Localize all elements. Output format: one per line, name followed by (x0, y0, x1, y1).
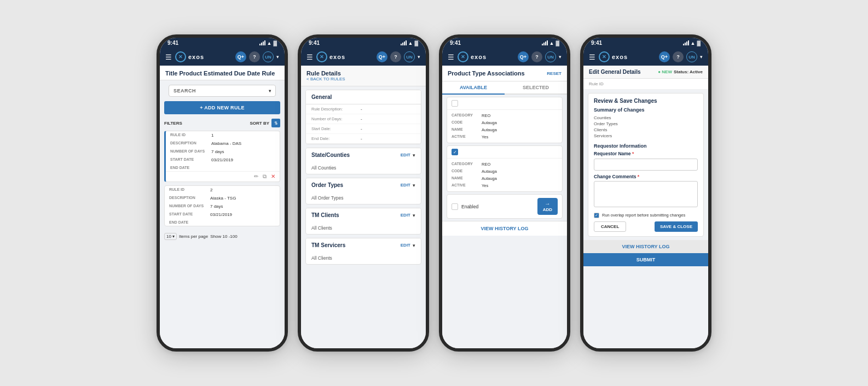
caret-1: ▾ (276, 54, 279, 60)
phone-2: 9:41 ▲ ▓ ☰ ✕ exos Q+ ? UN ▾ Rule Details… (298, 34, 429, 352)
nav-btn-user-3[interactable]: UN (545, 51, 556, 62)
summary-servicers: Servicers (594, 133, 698, 139)
wifi-icon-3: ▲ (549, 40, 554, 46)
comments-label: Change Comments * (594, 174, 698, 179)
state-counties-title: State/Counties (311, 152, 350, 158)
state-counties-chevron[interactable]: ▾ (413, 153, 415, 158)
overlap-row: Run overlap report before submitting cha… (594, 213, 698, 218)
tm-clients-chevron[interactable]: ▾ (413, 213, 415, 218)
time-3: 9:41 (450, 40, 461, 46)
requestor-name-input[interactable] (594, 159, 698, 171)
nav-btn-help-2[interactable]: ? (390, 51, 401, 62)
state-counties-section: State/Counties EDIT ▾ All Counties (305, 148, 421, 174)
delete-icon-1[interactable]: ✕ (271, 173, 275, 180)
sort-icon-1[interactable]: ⇅ (271, 119, 280, 127)
nav-btn-help-3[interactable]: ? (531, 51, 542, 62)
tab-available[interactable]: AVAILABLE (442, 81, 505, 95)
rule-details-header: Rule Details < BACK TO RULES (301, 66, 426, 86)
required-star-comments: * (638, 174, 639, 179)
per-page-select-1[interactable]: 10 ▾ (164, 233, 177, 240)
edit-icon-1[interactable]: ✏ (254, 173, 258, 180)
edit-header: Edit General Details ● NEW Status: Activ… (583, 66, 708, 79)
cancel-btn[interactable]: CANCEL (594, 221, 626, 232)
copy-icon-1[interactable]: ⧉ (263, 173, 267, 180)
order-types-edit-btn[interactable]: EDIT (401, 183, 410, 188)
back-link[interactable]: < BACK TO RULES (306, 77, 420, 81)
product-fields-1: CATEGORYREO CODEAutauga NAMEAutauga ACTI… (447, 110, 562, 143)
status-badge: ● NEW Status: Active (658, 69, 703, 74)
nav-icons-1: Q+ ? UN ▾ (235, 51, 279, 62)
nav-btn-user-2[interactable]: UN (404, 51, 415, 62)
hamburger-icon-4[interactable]: ☰ (589, 53, 595, 61)
overlap-label: Run overlap report before submitting cha… (602, 213, 685, 218)
search-bar-1[interactable]: SEARCH ▾ (169, 85, 276, 97)
tm-servicers-chevron[interactable]: ▾ (413, 243, 415, 248)
nav-btn-q-3[interactable]: Q+ (518, 51, 529, 62)
summary-clients: Clients (594, 127, 698, 133)
battery-icon-2: ▓ (414, 40, 418, 46)
view-history-log-3[interactable]: VIEW HISTORY LOG (442, 221, 567, 236)
assoc-title: Product Type Associations (448, 70, 525, 77)
tm-servicers-body: All Clients (306, 252, 421, 264)
phone-1: 9:41 ▲ ▓ ☰ ✕ exos Q+ ? UN ▾ Title Produc… (157, 34, 288, 352)
nav-bar-3: ☰ ✕ exos Q+ ? UN ▾ (442, 48, 567, 66)
wifi-icon-2: ▲ (408, 40, 413, 46)
phone-4: 9:41 ▲ ▓ ☰ ✕ exos Q+ ? UN ▾ Edit General… (580, 34, 711, 352)
nav-btn-user-4[interactable]: UN (686, 51, 697, 62)
caret-3: ▾ (559, 54, 562, 60)
save-btn[interactable]: SAVE & CLOSE (655, 221, 698, 232)
state-counties-header: State/Counties EDIT ▾ (306, 148, 421, 162)
nav-btn-help-4[interactable]: ? (673, 51, 684, 62)
tm-clients-title: TM Clients (311, 212, 339, 218)
nav-btn-help-1[interactable]: ? (249, 51, 260, 62)
submit-btn-4[interactable]: SUBMIT (583, 253, 708, 266)
product-checkbox-1[interactable] (452, 100, 458, 107)
summary-order-types: Order Types (594, 121, 698, 127)
nav-btn-user-1[interactable]: UN (263, 51, 274, 62)
tm-servicers-header: TM Servicers EDIT ▾ (306, 238, 421, 252)
time-4: 9:41 (591, 40, 602, 46)
tab-selected[interactable]: SELECTED (505, 81, 567, 93)
tm-servicers-edit-btn[interactable]: EDIT (401, 243, 410, 248)
rule-id-row: Rule ID (583, 79, 708, 90)
tm-servicers-section: TM Servicers EDIT ▾ All Clients (305, 238, 421, 265)
assoc-header: Product Type Associations RESET (442, 66, 567, 81)
overlap-checkbox[interactable] (594, 213, 599, 218)
tab-row: AVAILABLE SELECTED (442, 81, 567, 95)
battery-icon-1: ▓ (273, 40, 277, 46)
order-types-chevron[interactable]: ▾ (413, 183, 415, 188)
show-range-label: Show 10 -100 (210, 234, 237, 239)
reset-btn[interactable]: RESET (547, 71, 562, 76)
logo-text-1: exos (188, 54, 204, 60)
wifi-icon-1: ▲ (267, 40, 272, 46)
rule-card-1[interactable]: RULE ID1 DESCRIPTIONAlabama - DAS NUMBER… (164, 131, 280, 182)
change-comments-textarea[interactable] (594, 181, 698, 207)
logo-area-2: ✕ exos (316, 51, 373, 62)
status-icons-1: ▲ ▓ (259, 40, 277, 46)
action-row: CANCEL SAVE & CLOSE (594, 221, 698, 232)
hamburger-icon-3[interactable]: ☰ (448, 53, 454, 61)
hamburger-icon-1[interactable]: ☰ (165, 53, 172, 61)
review-card: Review & Save Changes Summary of Changes… (588, 93, 704, 237)
hamburger-icon-2[interactable]: ☰ (306, 53, 313, 61)
nav-btn-q-2[interactable]: Q+ (377, 51, 387, 62)
product-checkbox-2[interactable] (452, 149, 458, 155)
order-types-body: All Order Types (306, 192, 421, 204)
nav-btn-q-4[interactable]: Q+ (659, 51, 670, 62)
edit-title: Edit General Details (589, 69, 640, 75)
logo-text-4: exos (612, 54, 628, 60)
tm-clients-edit-btn[interactable]: EDIT (401, 213, 410, 218)
tm-clients-section: TM Clients EDIT ▾ All Clients (305, 208, 421, 235)
review-title: Review & Save Changes (594, 98, 698, 104)
requestor-info-title: Requestor Information (594, 143, 698, 149)
add-rule-btn-1[interactable]: + ADD NEW RULE (164, 101, 280, 114)
rule-card-2[interactable]: RULE ID2 DESCRIPTIONAlaska - TSG NUMBER … (164, 185, 280, 226)
enabled-checkbox[interactable] (452, 203, 458, 210)
battery-icon-3: ▓ (555, 40, 559, 46)
nav-btn-q-1[interactable]: Q+ (235, 51, 246, 62)
add-btn[interactable]: → ADD (537, 198, 558, 215)
state-counties-edit-btn[interactable]: EDIT (401, 153, 410, 157)
view-history-log-4[interactable]: VIEW HISTORY LOG (583, 240, 708, 253)
search-label-1: SEARCH (173, 88, 196, 93)
time-2: 9:41 (309, 40, 320, 46)
